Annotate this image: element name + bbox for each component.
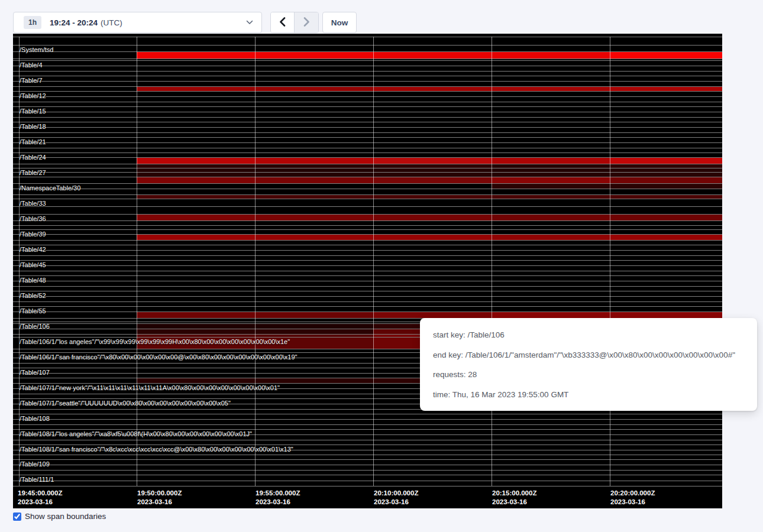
heatmap-cell [373, 177, 492, 183]
heatmap-strip [13, 234, 722, 240]
row-label: /Table/107/1/"seattle"/"UUUUUUD\x00\x80\… [20, 400, 231, 407]
heatmap-strip [13, 183, 722, 189]
heatmap-strip [13, 132, 722, 137]
heatmap-cell [255, 329, 373, 334]
heatmap-strip [13, 470, 722, 475]
heatmap-cell [255, 215, 373, 220]
heatmap-cell [610, 52, 722, 59]
column-boundary-line [255, 37, 256, 486]
row-label: /Table/108 [20, 415, 50, 422]
heatmap-strip [13, 127, 722, 132]
heatmap-strip [13, 240, 722, 245]
heatmap-cell [610, 173, 722, 177]
heatmap-strip [13, 45, 722, 51]
show-span-boundaries-checkbox[interactable] [13, 512, 21, 521]
prev-time-button[interactable] [271, 12, 295, 33]
heatmap-cell [137, 378, 255, 383]
heatmap-cell [610, 235, 722, 240]
next-time-button[interactable] [295, 12, 318, 33]
row-label: /Table/55 [20, 307, 46, 314]
heatmap-cell [137, 235, 255, 240]
row-label: /Table/48 [20, 277, 46, 284]
heatmap-cell [137, 52, 255, 59]
heatmap-strip [13, 291, 722, 296]
heatmap-cell [137, 215, 255, 220]
heatmap-cell [137, 177, 255, 183]
heatmap-strip [13, 229, 722, 234]
heatmap-strip [13, 168, 722, 172]
time-range-badge: 1h [24, 16, 41, 29]
heatmap-cell [492, 312, 610, 318]
heatmap-strip [13, 440, 722, 445]
heatmap-cell [373, 312, 492, 318]
heatmap-cell [373, 52, 492, 59]
heatmap-cell [373, 158, 492, 164]
column-boundary-line [373, 37, 374, 486]
heatmap-strip [13, 260, 722, 265]
heatmap-cell [492, 158, 610, 164]
heatmap-strip [13, 275, 722, 281]
now-button[interactable]: Now [322, 12, 357, 33]
heatmap-strip [13, 122, 722, 127]
row-label: /Table/107 [20, 369, 50, 376]
heatmap-cell [492, 87, 610, 91]
heatmap-cell [255, 177, 373, 183]
key-visualizer-heatmap[interactable]: /System/tsd/Table/4/Table/7/Table/12/Tab… [13, 34, 722, 508]
axis-tick: 19:55:00.000Z 2023-03-16 [256, 489, 300, 507]
heatmap-strip [13, 265, 722, 271]
heatmap-cell [255, 378, 373, 383]
chevron-down-icon [246, 20, 253, 25]
heatmap-strip [13, 475, 722, 481]
show-span-boundaries-label[interactable]: Show span boundaries [25, 512, 106, 521]
row-label: /Table/106/1/"los angeles"/"\x99\x99\x99… [20, 338, 290, 345]
heatmap-cell [255, 173, 373, 177]
heatmap-strip [13, 117, 722, 122]
heatmap-strip [13, 112, 722, 117]
heatmap-cell [373, 173, 492, 177]
row-label: /Table/109 [20, 460, 50, 468]
heatmap-cell [137, 173, 255, 177]
heatmap-cell [137, 329, 255, 334]
heatmap-cell [255, 158, 373, 164]
column-boundary-line [492, 37, 492, 486]
key-visualizer-page: 1h 19:24 - 20:24 (UTC) Now /System/tsd/T… [0, 0, 763, 532]
column-boundary-line [137, 37, 137, 486]
time-range-text: 19:24 - 20:24 [50, 18, 98, 27]
heatmap-strip [13, 157, 722, 164]
heatmap-strip [13, 250, 722, 255]
heatmap-strip [13, 189, 722, 194]
row-label: /Table/106/1/"san francisco"/"\x80\x00\x… [20, 353, 298, 361]
heatmap-strip [13, 172, 722, 177]
heatmap-strip [13, 142, 722, 148]
row-label: /Table/24 [20, 154, 46, 161]
row-label: /Table/7 [20, 77, 43, 84]
heatmap-strip [13, 60, 722, 66]
row-label: /Table/106 [20, 323, 50, 330]
heatmap-strip [13, 194, 722, 199]
heatmap-cell [137, 324, 255, 329]
row-label: /NamespaceTable/30 [20, 184, 80, 192]
heatmap-strip [13, 296, 722, 301]
heatmap-strip [13, 455, 722, 459]
heatmap-cell [255, 87, 373, 91]
heatmap-cell [610, 177, 722, 183]
heatmap-strip [13, 164, 722, 168]
heatmap-strip [13, 76, 722, 81]
heatmap-strip [13, 106, 722, 112]
row-label: /Table/18 [20, 123, 46, 130]
heatmap-cell [137, 158, 255, 164]
row-label: /Table/36 [20, 215, 46, 222]
time-range-select[interactable]: 1h 19:24 - 20:24 (UTC) [13, 12, 262, 33]
column-boundary-line [610, 37, 610, 486]
row-label: /Table/39 [20, 231, 46, 238]
row-label: /Table/111/1 [20, 476, 54, 483]
heatmap-strip [13, 206, 722, 214]
heatmap-strip [13, 281, 722, 286]
row-label: /Table/108/1/"los angeles"/"\xa8\xf5\u00… [20, 430, 252, 437]
heatmap-strip [13, 465, 722, 470]
heatmap-strip [13, 96, 722, 102]
heatmap-strip [13, 225, 722, 229]
heatmap-cell [255, 312, 373, 318]
heatmap-cell [492, 52, 610, 59]
row-label: /Table/42 [20, 246, 46, 253]
